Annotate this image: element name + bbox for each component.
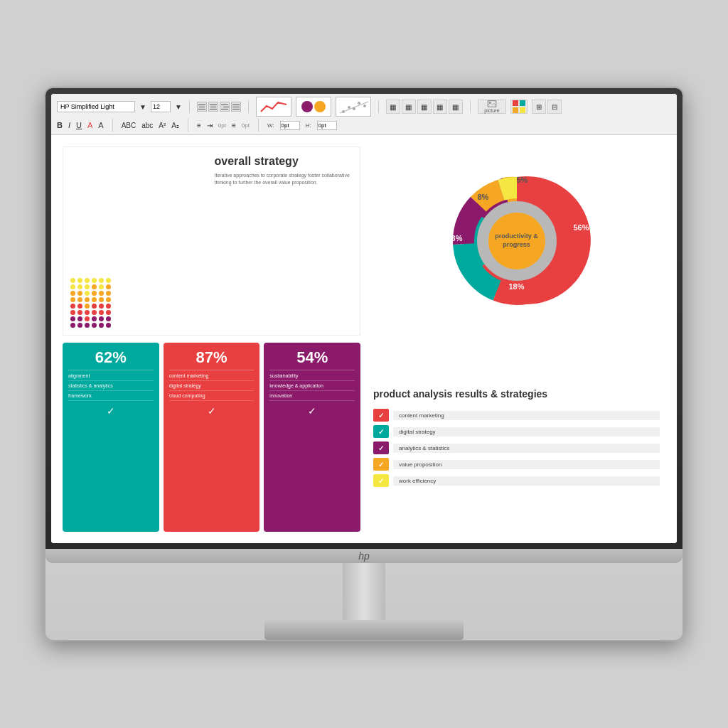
- label-56: 56%: [573, 223, 589, 232]
- grid-icon-4[interactable]: ▦: [433, 100, 447, 114]
- align-right-button[interactable]: [220, 102, 230, 112]
- font-size-input[interactable]: 12: [151, 101, 171, 112]
- label-8: 8%: [478, 193, 489, 201]
- legend-item-1: ✓ content marketing: [373, 409, 660, 422]
- dot: [106, 304, 111, 309]
- table-icons: ▦ ▦ ▦ ▦ ▦: [386, 100, 463, 114]
- label-18: 18%: [508, 282, 524, 291]
- italic-button[interactable]: I: [68, 121, 70, 129]
- svg-rect-11: [520, 107, 525, 113]
- height-input[interactable]: [317, 121, 337, 130]
- metric-item-7: sustainability: [269, 373, 355, 381]
- top-left-panel: overall strategy Iterative approaches to…: [63, 146, 360, 336]
- dot: [92, 304, 97, 309]
- metric-item-8: knowledge & application: [269, 383, 355, 391]
- align-center-button[interactable]: [208, 102, 218, 112]
- toolbar-divider-1: [189, 100, 190, 113]
- font-dropdown-icon[interactable]: ▼: [139, 103, 146, 111]
- legend-item-2: ✓ digital strategy: [373, 425, 660, 438]
- metric-pct-purple: 54%: [296, 348, 328, 367]
- opt-label-1: 0pt: [218, 122, 226, 129]
- dot: [99, 316, 104, 321]
- legend-color-teal: ✓: [373, 425, 389, 438]
- metric-items-teal: alignment statistics & analytics framewo…: [68, 370, 154, 401]
- dot: [106, 278, 111, 283]
- dot-row-8: [70, 323, 209, 328]
- scatter-chart-preview[interactable]: [336, 97, 371, 117]
- dot-row-4: [70, 297, 209, 302]
- bottom-right-panel: product analysis results & strategies ✓ …: [368, 343, 665, 532]
- dot: [92, 291, 97, 296]
- dot: [106, 297, 111, 302]
- format-abc-lower: abc: [141, 122, 153, 129]
- highlight-button[interactable]: A: [98, 121, 103, 129]
- font-name-input[interactable]: HP Simplified Light: [57, 101, 135, 112]
- label-5: 5%: [517, 176, 528, 184]
- strategy-desc: Iterative approaches to corporate strate…: [215, 172, 353, 186]
- list-icon[interactable]: ≡: [197, 122, 201, 129]
- grid-icon-5[interactable]: ▦: [449, 100, 463, 114]
- table-layout-icon-1[interactable]: ⊞: [532, 100, 546, 114]
- dot: [99, 304, 104, 309]
- dot-row-5: [70, 304, 209, 309]
- dot: [77, 310, 82, 315]
- metric-item-3: framework: [68, 393, 154, 401]
- legend-color-purple: ✓: [373, 441, 389, 454]
- dot-row-7: [70, 316, 209, 321]
- toolbar-row1: HP Simplified Light ▼ 12 ▼: [57, 97, 671, 117]
- label-13: 13%: [447, 234, 463, 242]
- svg-rect-9: [520, 100, 525, 106]
- metric-pct-red: 87%: [196, 348, 227, 367]
- dot: [99, 278, 104, 283]
- format-subscript: A₂: [171, 122, 179, 129]
- metric-check-purple: ✓: [308, 405, 316, 417]
- donut-chart: productivity & progress 56% 18% 13% 8% 5…: [439, 163, 595, 319]
- metric-item-1: alignment: [68, 373, 154, 381]
- legend-label-3: analytics & statistics: [393, 444, 660, 453]
- picture-label: picture: [484, 108, 499, 113]
- dot: [92, 284, 97, 289]
- legend-label-4: value proposition: [393, 460, 660, 469]
- font-color-button[interactable]: A: [87, 121, 92, 129]
- grid-icon-2[interactable]: ▦: [402, 100, 416, 114]
- table-icons-2: ⊞ ⊟: [532, 100, 562, 114]
- dot: [77, 291, 82, 296]
- underline-button[interactable]: U: [76, 121, 82, 129]
- monitor-screen: HP Simplified Light ▼ 12 ▼: [51, 94, 677, 543]
- metric-items-red: content marketing digital strategy cloud…: [169, 370, 255, 401]
- legend-label-2: digital strategy: [393, 427, 660, 437]
- align-left-button[interactable]: [197, 102, 207, 112]
- grid-icon-3[interactable]: ▦: [417, 100, 432, 114]
- dot: [70, 316, 75, 321]
- fontsize-dropdown-icon[interactable]: ▼: [175, 103, 182, 111]
- align-justify-button[interactable]: [231, 102, 241, 112]
- dot: [106, 291, 111, 296]
- dot: [85, 310, 90, 315]
- color-grid-icon[interactable]: [510, 100, 528, 114]
- legend-color-yellow: ✓: [373, 474, 389, 487]
- product-title: product analysis results & strategies: [373, 387, 660, 400]
- line-chart-preview[interactable]: [256, 97, 291, 117]
- table-layout-icon-2[interactable]: ⊟: [547, 100, 562, 114]
- grid-icon-1[interactable]: ▦: [386, 100, 400, 114]
- width-input[interactable]: [280, 121, 300, 130]
- dot-row-3: [70, 291, 209, 296]
- circle-chart-preview[interactable]: [296, 97, 331, 117]
- svg-point-1: [348, 106, 350, 109]
- indent-icon[interactable]: ⇥: [207, 122, 213, 129]
- legend-items: ✓ content marketing ✓ digital strategy ✓…: [373, 409, 660, 487]
- dot: [106, 284, 111, 289]
- dot: [77, 316, 82, 321]
- dot: [77, 297, 82, 302]
- dot: [85, 323, 90, 328]
- toolbar-divider-5: [112, 119, 113, 132]
- spacing-icon[interactable]: ≡: [232, 122, 236, 129]
- toolbar-divider-3: [378, 100, 379, 113]
- dot: [77, 284, 82, 289]
- dot: [99, 297, 104, 302]
- strategy-title: overall strategy: [215, 154, 353, 168]
- donut-center-text: productivity & progress: [492, 232, 542, 249]
- bold-button[interactable]: B: [57, 121, 63, 129]
- picture-icon[interactable]: picture: [478, 100, 506, 114]
- legend-item-5: ✓ work efficiency: [373, 474, 660, 487]
